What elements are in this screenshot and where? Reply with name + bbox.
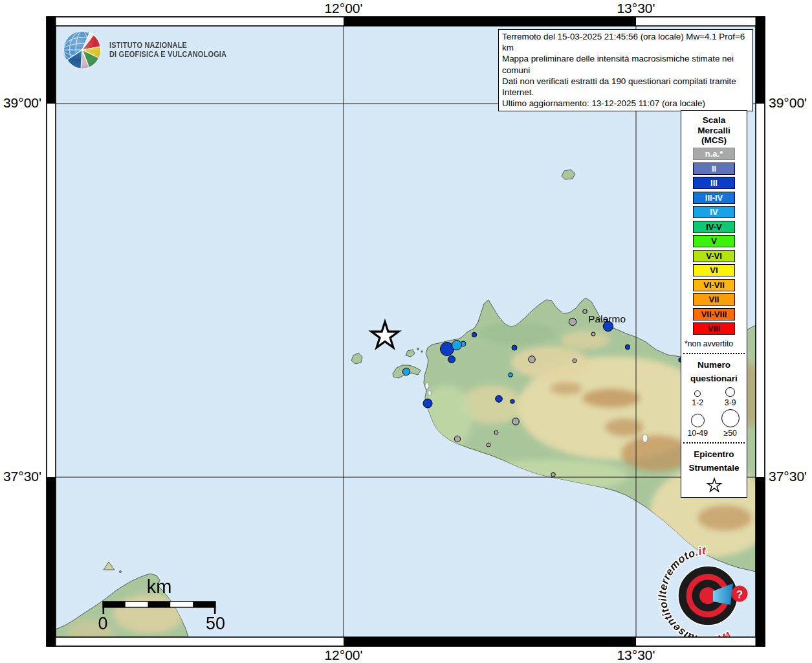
questionnaire-size-circle	[691, 414, 705, 427]
intensity-point-na	[494, 431, 498, 434]
lon-label-top: 12°00'	[324, 1, 362, 16]
sea	[56, 26, 756, 637]
questionnaire-size-item: 10-49	[681, 409, 714, 438]
intensity-point-na	[551, 473, 556, 477]
questionnaire-size-item: ≥50	[714, 409, 747, 438]
ingv-logo-text-line: DI GEOFISICA E VULCANOLOGIA	[109, 50, 226, 60]
epicenter-star-key	[681, 477, 747, 493]
intensity-point-III	[512, 345, 517, 350]
lat-label-left: 39°00'	[0, 95, 41, 111]
instrumental-epicenter-title: EpicentroStrumentale	[681, 448, 747, 475]
intensity-point-III	[603, 321, 613, 331]
lon-label-bottom: 12°00'	[324, 647, 362, 663]
intensity-point-na	[569, 318, 576, 325]
intensity-point-III	[472, 332, 476, 337]
lat-label-right: 39°00'	[769, 95, 807, 111]
earthquake-info-box-line: Ultimo aggiornamento: 13-12-2025 11:07 (…	[502, 98, 749, 109]
mcs-entry-VII: VII	[693, 293, 735, 306]
legend-footnote: *non avvertito	[681, 339, 747, 348]
watermark-question-mark: ?	[736, 589, 743, 601]
questionnaire-size-circle	[694, 390, 701, 397]
intensity-point-III	[496, 396, 503, 403]
intensity-point-III	[423, 399, 432, 408]
earthquake-info-box-line: Terremoto del 15-03-2025 21:45:56 (ora l…	[502, 31, 749, 53]
legend-title-line: Mercalli	[681, 126, 747, 136]
mcs-entry-III: III	[693, 177, 735, 189]
intensity-point-na	[591, 332, 595, 336]
ingv-logo: ISTITUTO NAZIONALEDI GEOFISICA E VULCANO…	[62, 30, 239, 70]
mcs-entry-IV-V: IV-V	[693, 221, 735, 233]
scale-bar-end: 50	[206, 614, 225, 633]
intensity-point-IV	[452, 341, 462, 350]
intensity-point-na	[487, 443, 490, 447]
scale-bar-unit: km	[147, 576, 172, 597]
mcs-entry-VI-VII: VI-VII	[693, 279, 735, 291]
questionnaire-size-circle	[725, 387, 735, 397]
mcs-entry-V: V	[693, 235, 735, 247]
questionnaire-size-item: 3-9	[714, 387, 747, 407]
earthquake-info-box: Terremoto del 15-03-2025 21:45:56 (ora l…	[498, 29, 753, 111]
intensity-point-IV	[402, 368, 410, 375]
questionnaire-size-item: 1-2	[681, 387, 714, 407]
intensity-point-na	[529, 356, 536, 363]
mcs-entry-V-VI: V-VI	[693, 250, 735, 262]
intensity-point-na	[512, 418, 520, 425]
intensity-point-IV	[509, 373, 513, 377]
earthquake-info-box-line: Mappa preliminare delle intensità macros…	[502, 53, 749, 75]
intensity-point-na	[454, 436, 460, 442]
islet	[421, 351, 422, 352]
epicenter-star-icon	[706, 477, 723, 493]
mcs-entry-III-IV: III-IV	[693, 192, 735, 204]
questionnaire-size-label: 1-2	[692, 398, 703, 407]
mcs-entry-VI: VI	[693, 264, 735, 276]
questionnaire-size-label: 3-9	[725, 398, 736, 407]
earthquake-info-box-line: Dati non verificati estratti da 190 ques…	[502, 76, 749, 98]
questionnaire-size-label: ≥50	[724, 429, 737, 438]
ingv-globe-icon	[62, 30, 102, 70]
mcs-scale-entries: n.a.*IIIIIIII-IVIVIV-VVV-VIVIVI-VIIVIIVI…	[681, 148, 747, 335]
macroseismic-map-canvas: Palermo km 0 50	[0, 0, 812, 663]
legend-title-line: (MCS)	[681, 135, 747, 146]
instrumental-epicenter-title-line: Epicentro	[681, 448, 747, 462]
intensity-point-III	[625, 344, 630, 349]
mcs-entry-VIII: VIII	[693, 322, 735, 335]
instrumental-epicenter-title-line: Strumentale	[681, 462, 747, 475]
lat-label-right: 37°30'	[769, 469, 807, 484]
mcs-entry-VII-VIII: VII-VIII	[693, 308, 735, 320]
mcs-entry-II: II	[693, 163, 735, 175]
lon-label-top: 13°30'	[617, 1, 655, 16]
legend-title-line: Scala	[681, 115, 747, 126]
lat-label-left: 37°30'	[0, 469, 41, 484]
lon-label-bottom: 13°30'	[617, 647, 655, 663]
ingv-logo-text-line: ISTITUTO NAZIONALE	[109, 41, 226, 51]
questionnaire-count-title: Numeroquestionari	[681, 359, 747, 385]
questionnaire-count-title-line: questionari	[681, 372, 747, 386]
intensity-point-na	[573, 359, 576, 363]
mcs-entry-n.a.*: n.a.*	[693, 148, 735, 160]
questionnaire-size-label: 10-49	[688, 429, 708, 438]
scale-bar-start: 0	[98, 614, 107, 633]
questionnaire-count-title-line: Numero	[681, 359, 747, 372]
questionnaire-size-circle	[721, 409, 740, 427]
legend-divider	[683, 442, 745, 444]
intensity-point-na	[583, 309, 587, 314]
legend-panel: ScalaMercalli(MCS) n.a.*IIIIIIII-IVIVIV-…	[681, 110, 747, 498]
islet	[417, 348, 419, 350]
intensity-point-III	[448, 356, 455, 363]
islet	[120, 571, 122, 573]
legend-title: ScalaMercalli(MCS)	[681, 115, 747, 146]
mcs-entry-IV: IV	[693, 206, 735, 218]
questionnaire-size-key: 1-23-910-49≥50	[681, 387, 747, 438]
legend-divider	[683, 353, 745, 354]
intensity-point-III	[510, 399, 514, 403]
ingv-logo-text: ISTITUTO NAZIONALEDI GEOFISICA E VULCANO…	[109, 41, 226, 60]
